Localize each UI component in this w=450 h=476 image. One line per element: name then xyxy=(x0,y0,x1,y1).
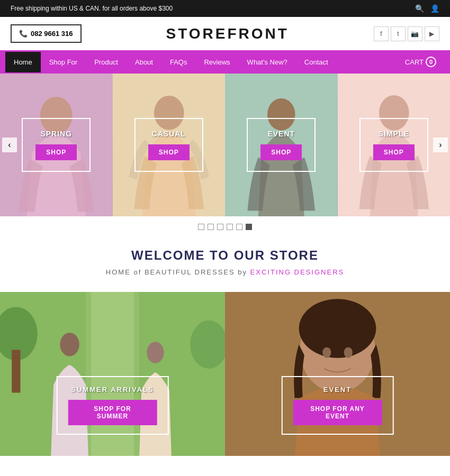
carousel-dot-6[interactable] xyxy=(246,224,252,230)
search-icon[interactable]: 🔍 xyxy=(415,4,424,13)
svg-point-14 xyxy=(60,333,79,356)
casual-overlay: CASUAL SHOP xyxy=(134,118,203,172)
event-big-title: EVENT xyxy=(293,386,382,393)
carousel-panel-event: EVENT SHOP xyxy=(225,74,338,216)
nav-item-whats-new[interactable]: What's New? xyxy=(239,52,296,72)
announcement-icons: 🔍 👤 xyxy=(415,4,439,13)
welcome-title: WELCOME TO OUR STORE xyxy=(11,248,439,263)
welcome-subtitle-plain: HOME of BEAUTIFUL DRESSES by xyxy=(106,268,250,276)
casual-title: CASUAL xyxy=(144,130,194,138)
cart-count: 0 xyxy=(426,57,436,67)
shop-for-summer-button[interactable]: SHOP FOR SUMMER xyxy=(68,400,157,425)
phone-number: 082 9661 316 xyxy=(31,30,73,38)
featured-panel-event-big: EVENT SHOP FOR ANY EVENT xyxy=(225,292,450,456)
announcement-bar: Free shipping within US & CAN. for all o… xyxy=(0,0,450,17)
spring-overlay: SPRING SHOP xyxy=(22,118,91,172)
carousel-dots xyxy=(0,216,450,237)
carousel-dot-3[interactable] xyxy=(217,224,223,230)
social-icons: f t 📷 ▶ xyxy=(374,26,439,41)
nav-item-product[interactable]: Product xyxy=(86,52,127,72)
featured-panel-summer: SUMMER ARRIVALS SHOP FOR SUMMER xyxy=(0,292,225,456)
event-title: EVENT xyxy=(256,130,306,138)
svg-rect-12 xyxy=(12,350,20,392)
youtube-icon[interactable]: ▶ xyxy=(425,26,439,41)
nav-item-about[interactable]: About xyxy=(127,52,161,72)
simple-title: SIMPLE xyxy=(369,130,419,138)
event-big-overlay: EVENT SHOP FOR ANY EVENT xyxy=(281,376,394,435)
carousel-dot-2[interactable] xyxy=(208,224,214,230)
svg-point-15 xyxy=(147,342,164,363)
summer-arrivals-title: SUMMER ARRIVALS xyxy=(68,386,157,393)
announcement-text: Free shipping within US & CAN. for all o… xyxy=(11,5,173,12)
carousel-prev-button[interactable]: ‹ xyxy=(2,138,17,152)
twitter-icon[interactable]: t xyxy=(391,26,406,41)
navigation: Home Shop For Product About FAQs Reviews… xyxy=(0,50,450,74)
carousel-panel-casual: CASUAL SHOP xyxy=(113,74,226,216)
carousel: ‹ SPRING SHOP CASUAL SHOP xyxy=(0,74,450,216)
shop-for-any-event-button[interactable]: SHOP FOR ANY EVENT xyxy=(293,400,382,425)
simple-shop-button[interactable]: SHOP xyxy=(373,144,415,160)
phone-icon: 📞 xyxy=(19,30,28,38)
carousel-next-button[interactable]: › xyxy=(433,138,448,152)
header: 📞 082 9661 316 STOREFRONT f t 📷 ▶ xyxy=(0,17,450,50)
svg-point-20 xyxy=(322,347,331,358)
nav-item-faqs[interactable]: FAQs xyxy=(161,52,196,72)
cart-button[interactable]: CART 0 xyxy=(397,50,445,74)
user-icon[interactable]: 👤 xyxy=(430,4,439,13)
svg-point-21 xyxy=(344,347,353,358)
nav-item-home[interactable]: Home xyxy=(5,52,41,72)
event-overlay: EVENT SHOP xyxy=(247,118,316,172)
simple-overlay: SIMPLE SHOP xyxy=(359,118,428,172)
cart-label: CART xyxy=(405,58,424,66)
spring-title: SPRING xyxy=(31,130,81,138)
facebook-icon[interactable]: f xyxy=(374,26,389,41)
event-shop-button[interactable]: SHOP xyxy=(260,144,302,160)
nav-item-shop-for[interactable]: Shop For xyxy=(41,52,86,72)
carousel-dot-1[interactable] xyxy=(198,224,204,230)
welcome-subtitle: HOME of BEAUTIFUL DRESSES by EXCITING DE… xyxy=(11,268,439,276)
spring-shop-button[interactable]: SHOP xyxy=(35,144,77,160)
welcome-section: WELCOME TO OUR STORE HOME of BEAUTIFUL D… xyxy=(0,237,450,292)
carousel-dot-5[interactable] xyxy=(236,224,242,230)
phone-button[interactable]: 📞 082 9661 316 xyxy=(11,24,82,43)
instagram-icon[interactable]: 📷 xyxy=(408,26,422,41)
welcome-subtitle-highlight: EXCITING DESIGNERS xyxy=(250,268,345,276)
casual-shop-button[interactable]: SHOP xyxy=(148,144,190,160)
svg-point-19 xyxy=(299,299,376,358)
nav-item-contact[interactable]: Contact xyxy=(296,52,337,72)
featured-panels: SUMMER ARRIVALS SHOP FOR SUMMER EVENT SH… xyxy=(0,292,450,456)
summer-overlay: SUMMER ARRIVALS SHOP FOR SUMMER xyxy=(56,376,169,435)
nav-item-reviews[interactable]: Reviews xyxy=(195,52,238,72)
logo: STOREFRONT xyxy=(166,25,289,42)
carousel-dot-4[interactable] xyxy=(227,224,233,230)
